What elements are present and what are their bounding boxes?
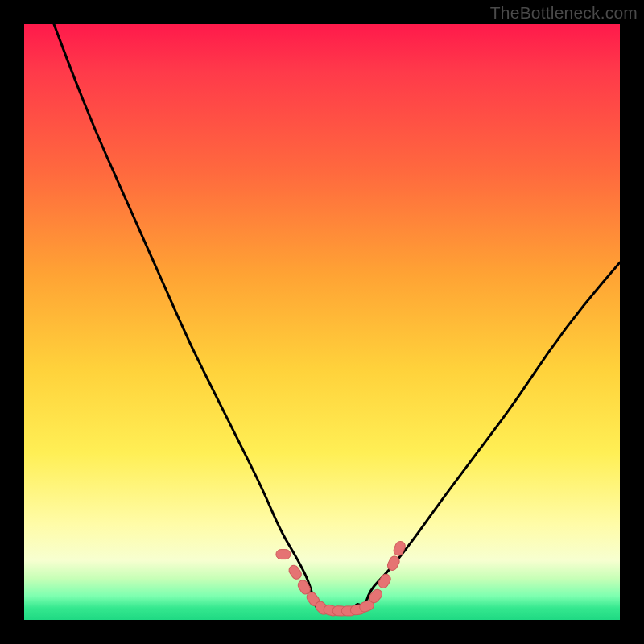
chart-frame: TheBottleneck.com: [0, 0, 644, 644]
svg-rect-0: [276, 550, 291, 559]
bottleneck-curve: [54, 24, 620, 611]
valley-marker: [377, 572, 393, 590]
plot-area: [24, 24, 620, 620]
svg-rect-11: [377, 572, 393, 590]
watermark-text: TheBottleneck.com: [490, 3, 638, 23]
svg-rect-13: [392, 540, 407, 557]
valley-marker: [392, 540, 407, 557]
valley-marker: [276, 550, 291, 559]
curve-layer: [24, 24, 620, 620]
